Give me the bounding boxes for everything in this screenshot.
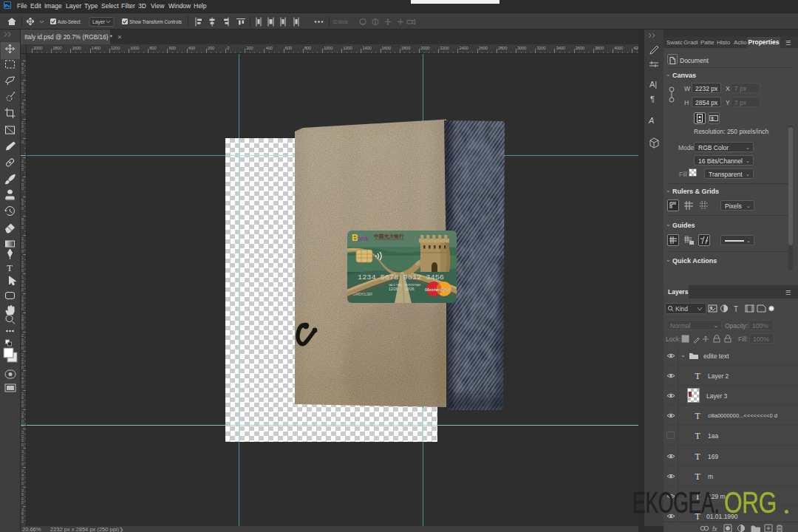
svg-text:MasterCard: MasterCard — [425, 287, 451, 292]
svg-text:12/26: 12/26 — [389, 287, 398, 291]
svg-text:fx: fx — [712, 525, 717, 532]
svg-text:Kind: Kind — [675, 305, 688, 313]
svg-text:T: T — [734, 305, 738, 313]
svg-text:12/26: 12/26 — [405, 287, 415, 291]
svg-text:A|: A| — [649, 80, 657, 89]
svg-text:Show Transform Controls: Show Transform Controls — [129, 18, 182, 25]
svg-text:Auto-Select:: Auto-Select: — [58, 18, 81, 25]
svg-text:Layer: Layer — [92, 18, 105, 25]
svg-text:ank: ank — [358, 235, 369, 242]
svg-text:T: T — [695, 411, 701, 421]
svg-text:1234 5678 9012 3456: 1234 5678 9012 3456 — [358, 274, 444, 282]
svg-text:CARDHOLDER: CARDHOLDER — [353, 293, 373, 296]
svg-text:T: T — [695, 451, 701, 462]
svg-text:3D Mode: 3D Mode — [332, 18, 348, 25]
svg-text:¶: ¶ — [650, 95, 655, 103]
svg-text:T: T — [695, 431, 701, 441]
svg-text:T: T — [695, 371, 701, 381]
svg-text:A: A — [648, 116, 654, 125]
svg-text:中国光大银行: 中国光大银行 — [374, 233, 404, 239]
svg-text:T: T — [7, 262, 13, 273]
svg-text:T: T — [695, 471, 701, 482]
